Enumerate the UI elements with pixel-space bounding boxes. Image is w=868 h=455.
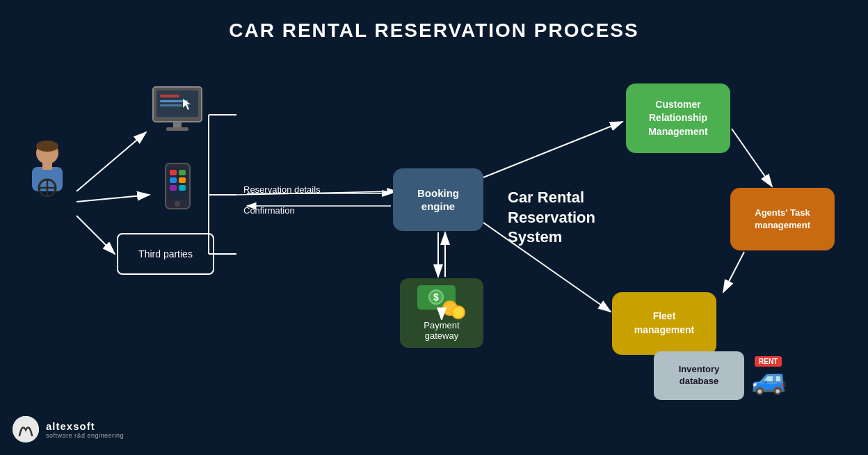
svg-line-14 [483, 122, 622, 177]
svg-line-2 [77, 132, 146, 191]
svg-rect-27 [156, 90, 198, 117]
svg-rect-39 [179, 177, 186, 183]
svg-point-20 [36, 141, 58, 152]
person-icon [19, 139, 75, 202]
agents-label: Agents' Taskmanagement [755, 207, 810, 232]
agents-task-box: Agents' Taskmanagement [730, 188, 835, 250]
fleet-label: Fleetmanagement [634, 310, 694, 337]
svg-rect-37 [179, 170, 186, 175]
logo-circle [13, 416, 39, 442]
svg-rect-40 [170, 185, 177, 191]
svg-line-17 [723, 252, 744, 292]
svg-line-4 [77, 216, 115, 254]
svg-rect-38 [170, 177, 177, 183]
svg-line-16 [732, 129, 772, 186]
phone-icon [152, 160, 204, 212]
logo-text: altexsoft software r&d engineering [46, 420, 124, 439]
booking-engine-box: Bookingengine [393, 168, 483, 231]
crrs-text: Car RentalReservationSystem [508, 189, 595, 246]
inventory-label: Inventorydatabase [679, 364, 720, 388]
svg-rect-41 [179, 185, 186, 191]
svg-line-3 [77, 195, 150, 202]
payment-gateway-label: Paymentgateway [424, 320, 459, 341]
svg-rect-36 [170, 170, 177, 175]
logo-area: altexsoft software r&d engineering [13, 416, 124, 442]
svg-rect-30 [160, 104, 182, 106]
confirmation-label: Confirmation [243, 205, 295, 216]
logo-name: altexsoft [46, 420, 124, 432]
svg-point-42 [175, 201, 180, 207]
third-parties-label: Third parties [138, 248, 193, 260]
svg-rect-33 [166, 127, 188, 131]
logo-sub: software r&d engineering [46, 432, 124, 439]
page-title: CAR RENTAL RESERVATION PROCESS [0, 0, 868, 42]
svg-text:$: $ [433, 292, 439, 303]
third-parties-box: Third parties [117, 233, 214, 275]
svg-rect-28 [160, 95, 179, 97]
crm-label: Customer Relationship Management [626, 98, 730, 139]
crm-box: Customer Relationship Management [626, 83, 730, 153]
booking-engine-label: Bookingengine [417, 186, 459, 214]
car-icon: 🚙 [751, 362, 787, 396]
fleet-management-box: Fleetmanagement [612, 292, 716, 355]
svg-rect-22 [42, 163, 52, 170]
payment-gateway-box: $ Paymentgateway [400, 278, 483, 348]
reservation-details-label: Reservation details [243, 184, 321, 195]
crrs-label: Car RentalReservationSystem [508, 188, 612, 248]
inventory-database-box: Inventorydatabase [654, 351, 744, 400]
monitor-icon [150, 83, 205, 139]
svg-point-47 [452, 306, 465, 319]
